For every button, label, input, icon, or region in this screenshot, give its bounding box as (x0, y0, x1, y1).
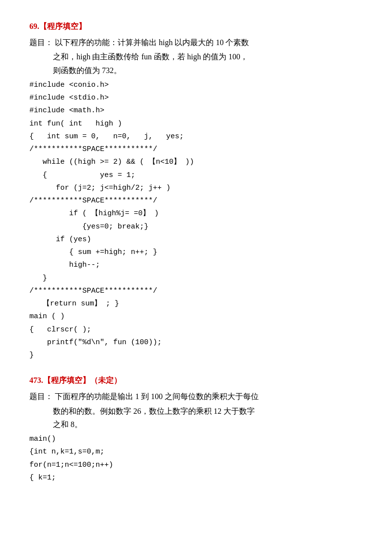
question-69-number: 69 (29, 22, 37, 30)
title-line-473-1: 下面程序的功能是输出 1 到 100 之间每位数的乘积大于每位 (55, 390, 259, 403)
question-69-title: 题目： 以下程序的功能：计算并输出 high 以内最大的 10 个素数 之和，h… (29, 36, 363, 77)
title-line-69-1: 以下程序的功能：计算并输出 high 以内最大的 10 个素数 (55, 36, 249, 49)
question-473-header: 473.【程序填空】（未定） (29, 374, 363, 387)
title-label-473: 题目： (29, 390, 53, 403)
title-line-69-3: 则函数的值为 732。 (53, 64, 363, 77)
question-69: 69.【程序填空】 题目： 以下程序的功能：计算并输出 high 以内最大的 1… (29, 20, 363, 362)
question-473-type: 【程序填空】 (43, 376, 90, 384)
question-69-header: 69.【程序填空】 (29, 20, 363, 33)
question-69-code: #include <conio.h> #include <stdio.h> #i… (29, 79, 363, 362)
title-line-473-3: 之和 8。 (53, 418, 363, 431)
page-content: 69.【程序填空】 题目： 以下程序的功能：计算并输出 high 以内最大的 1… (29, 20, 363, 484)
question-473-title: 题目： 下面程序的功能是输出 1 到 100 之间每位数的乘积大于每位 数的和的… (29, 390, 363, 431)
question-473-number: 473 (29, 376, 41, 384)
title-line-473-2: 数的和的数。例如数字 26，数位上数字的乘积 12 大于数字 (53, 404, 363, 418)
question-473-status: （未定） (90, 376, 122, 384)
title-line-69-2: 之和，high 由主函数传给 fun 函数，若 high 的值为 100， (53, 50, 363, 63)
question-473-code: main() {int n,k=1,s=0,m; for(n=1;n<=100;… (29, 433, 363, 484)
title-label-69: 题目： (29, 36, 53, 49)
question-69-type: 【程序填空】 (39, 22, 86, 30)
question-473: 473.【程序填空】（未定） 题目： 下面程序的功能是输出 1 到 100 之间… (29, 374, 363, 484)
